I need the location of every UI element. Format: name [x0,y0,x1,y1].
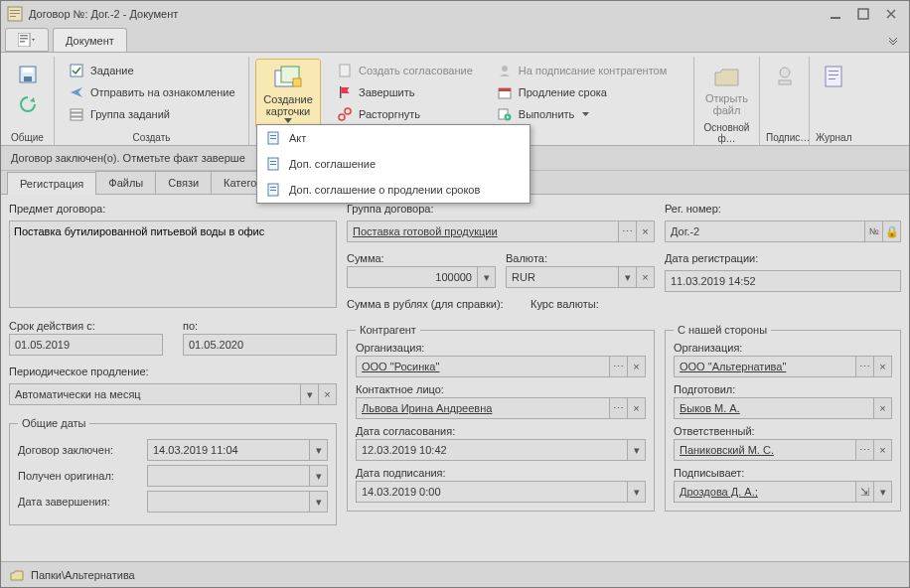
ribbon-task-label: Задание [90,65,134,76]
lookup-icon[interactable]: ⋯ [618,221,636,241]
dropdown-icon[interactable]: ▾ [300,384,318,404]
signer-label: Подписывает: [674,467,892,479]
menu-item-act[interactable]: Акт [257,125,530,151]
tab-links[interactable]: Связи [155,171,212,194]
dropdown-icon[interactable]: ▾ [627,440,645,460]
ribbon-task[interactable]: Задание [65,61,239,80]
ribbon-create-card[interactable]: Создание карточки [255,59,321,128]
svg-rect-39 [270,161,276,162]
signer-field[interactable]: Дроздова Д. А.; ⇲ ▾ [674,481,892,503]
status-text: Договор заключен(о). Отметьте факт завер… [11,152,245,164]
sign-date-value: 14.03.2019 0:00 [357,486,627,498]
subject-field[interactable] [9,220,337,308]
valid-to-field[interactable]: 01.05.2020 [183,334,337,356]
our-org-field[interactable]: ООО "Альтернатива" ⋯ × [674,356,892,377]
ribbon-execute[interactable]: Выполнить [493,104,671,124]
minimize-button[interactable] [824,5,847,23]
save-icon[interactable] [16,63,40,86]
ribbon-sign[interactable] [766,59,803,96]
svg-rect-7 [20,35,28,37]
svg-rect-8 [20,38,28,40]
currency-field[interactable]: RUR ▾ × [506,266,655,288]
dropdown-icon[interactable]: ▾ [618,267,636,287]
refresh-icon[interactable] [16,92,40,116]
ribbon-create-agreement[interactable]: Создать согласование [333,61,477,80]
clear-icon[interactable]: × [627,357,645,376]
lookup-icon[interactable]: ⋯ [609,398,627,418]
menu-item-addendum-label: Доп. соглашение [289,158,376,170]
ribbon-finish-label: Завершить [359,86,414,98]
sign-date-field[interactable]: 14.03.2019 0:00 ▾ [356,481,646,503]
ribbon-open-file-label: Открыть файл [702,92,751,116]
clear-icon[interactable]: × [636,221,654,241]
reg-date-field[interactable]: 11.03.2019 14:52 [665,270,901,292]
clear-icon[interactable]: × [873,357,891,376]
log-icon [819,63,848,90]
dropdown-icon[interactable]: ▾ [309,466,327,486]
group-field[interactable]: Поставка готовой продукции ⋯ × [347,220,655,242]
clear-icon[interactable]: × [873,398,891,418]
doc-icon [265,130,281,146]
tab-files[interactable]: Файлы [95,171,156,194]
sign-date-label: Дата подписания: [356,467,646,479]
lookup-icon[interactable]: ⋯ [855,357,873,376]
ribbon-extend[interactable]: Продление срока [493,82,671,102]
contact-label: Контактное лицо: [356,383,646,395]
collapse-ribbon-button[interactable] [883,30,903,50]
play-icon [497,106,513,122]
close-button[interactable] [879,5,903,23]
valid-from-field[interactable]: 01.05.2019 [9,334,163,356]
lookup-icon[interactable]: ⋯ [855,440,873,460]
dropdown-icon[interactable]: ▾ [627,482,645,502]
periodic-field[interactable]: Автоматически на месяц ▾ × [9,383,337,405]
menu-item-addendum[interactable]: Доп. соглашение [257,151,530,177]
agree-date-field[interactable]: 12.03.2019 10:42 ▾ [356,439,646,461]
lookup-icon[interactable]: ⋯ [609,357,627,376]
contact-field[interactable]: Львова Ирина Андреевна ⋯ × [356,397,646,419]
footer-path[interactable]: Папки\Альтернатива [31,569,135,581]
lock-icon[interactable]: 🔒 [882,221,900,241]
person-icon [497,63,513,78]
stepper-icon[interactable]: ▾ [477,267,495,287]
svg-rect-30 [779,80,791,84]
menubar: Документ [1,27,909,53]
ribbon-acquaint[interactable]: Отправить на ознакомление [65,82,239,102]
concluded-label: Договор заключен: [18,444,137,456]
tab-document[interactable]: Документ [53,28,127,52]
prepared-field[interactable]: Быков М. А. × [674,397,892,419]
menu-item-extension[interactable]: Доп. соглашение о продлении сроков [257,177,530,203]
app-menu-button[interactable] [5,28,49,52]
periodic-label: Периодическое продление: [9,366,337,377]
svg-point-29 [780,68,790,77]
clear-icon[interactable]: × [636,267,654,287]
ribbon-terminate[interactable]: Расторгнуть [333,104,477,124]
sum-field[interactable]: 100000 ▾ [347,266,496,288]
expand-icon[interactable]: ⇲ [855,482,873,502]
ribbon-open-file[interactable]: Открыть файл [700,59,753,120]
dropdown-icon[interactable]: ▾ [309,440,327,460]
number-icon[interactable]: № [864,221,882,241]
responsible-field[interactable]: Паниковский М. С. ⋯ × [674,439,892,461]
doc-icon [265,182,281,198]
ribbon-task-group[interactable]: Группа заданий [65,104,239,124]
ribbon-finish[interactable]: Завершить [333,82,477,102]
svg-rect-37 [270,138,276,139]
reg-num-field[interactable]: Дог.-2 № 🔒 [665,220,901,242]
subject-label: Предмет договора: [9,203,337,215]
ribbon-group-common: Общие [7,130,48,143]
maximize-button[interactable] [851,5,875,23]
doc-icon [265,156,281,172]
clear-icon[interactable]: × [318,384,336,404]
reg-date-value: 11.03.2019 14:52 [671,275,756,287]
tab-registration[interactable]: Регистрация [7,172,96,195]
clear-icon[interactable]: × [627,398,645,418]
dropdown-icon[interactable]: ▾ [309,492,327,512]
org-field[interactable]: ООО "Росинка" ⋯ × [356,356,646,377]
clear-icon[interactable]: × [873,440,891,460]
dropdown-icon[interactable]: ▾ [873,482,891,502]
ribbon-log[interactable] [816,59,851,96]
currency-value: RUR [507,271,618,283]
ribbon-extend-label: Продление срока [519,86,607,98]
ribbon-sign-counterparty[interactable]: На подписание контрагентом [493,61,671,80]
ribbon-group-sign: Подпис… [766,130,803,143]
